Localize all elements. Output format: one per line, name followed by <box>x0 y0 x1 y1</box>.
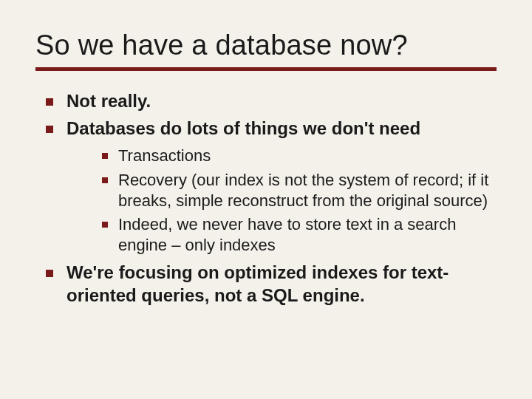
sub-bullet-item: Recovery (our index is not the system of… <box>98 170 497 211</box>
sub-bullet-list: Transactions Recovery (our index is not … <box>66 146 497 256</box>
sub-bullet-item: Indeed, we never have to store text in a… <box>98 214 497 256</box>
bullet-item: Not really. <box>41 90 497 113</box>
bullet-text: We're focusing on optimized indexes for … <box>66 262 449 305</box>
slide: So we have a database now? Not really. D… <box>0 0 532 399</box>
slide-title: So we have a database now? <box>35 30 497 61</box>
sub-bullet-text: Indeed, we never have to store text in a… <box>118 215 456 254</box>
sub-bullet-text: Recovery (our index is not the system of… <box>118 171 488 210</box>
bullet-item: Databases do lots of things we don't nee… <box>41 117 497 256</box>
sub-bullet-item: Transactions <box>98 146 497 166</box>
bullet-item: We're focusing on optimized indexes for … <box>41 262 497 307</box>
bullet-text: Not really. <box>66 91 151 111</box>
title-rule <box>35 67 497 71</box>
bullet-list: Not really. Databases do lots of things … <box>35 90 497 307</box>
bullet-text: Databases do lots of things we don't nee… <box>66 118 420 138</box>
sub-bullet-text: Transactions <box>118 146 211 165</box>
